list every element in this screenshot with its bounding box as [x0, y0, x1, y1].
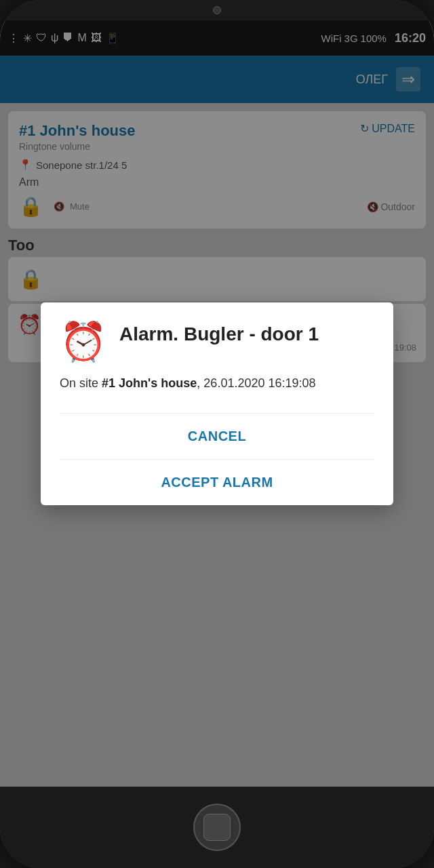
modal-title: Alarm. Bugler - door 1: [119, 323, 319, 346]
cancel-button[interactable]: CANCEL: [60, 414, 374, 460]
camera-dot: [213, 6, 221, 14]
accept-alarm-button[interactable]: ACCEPT ALARM: [60, 460, 374, 505]
phone-bottom: [0, 787, 434, 868]
modal-actions: CANCEL ACCEPT ALARM: [60, 413, 374, 505]
phone-top-bar: [0, 0, 434, 20]
modal-header: ⏰ Alarm. Bugler - door 1: [60, 323, 374, 361]
alarm-clock-icon: ⏰: [60, 323, 107, 361]
phone-frame: ⋮ ✳ 🛡 ψ ⛊ M 🖼 📱 WiFi 3G 100% 16:20 ОЛЕГ …: [0, 0, 434, 868]
alarm-modal: ⏰ Alarm. Bugler - door 1 On site #1 John…: [41, 302, 393, 505]
home-button[interactable]: [193, 804, 241, 851]
home-button-inner: [203, 814, 231, 841]
modal-overlay: ⏰ Alarm. Bugler - door 1 On site #1 John…: [0, 20, 434, 787]
phone-screen: ⋮ ✳ 🛡 ψ ⛊ M 🖼 📱 WiFi 3G 100% 16:20 ОЛЕГ …: [0, 20, 434, 787]
modal-body: On site #1 John's house, 26.01.2020 16:1…: [60, 374, 374, 393]
